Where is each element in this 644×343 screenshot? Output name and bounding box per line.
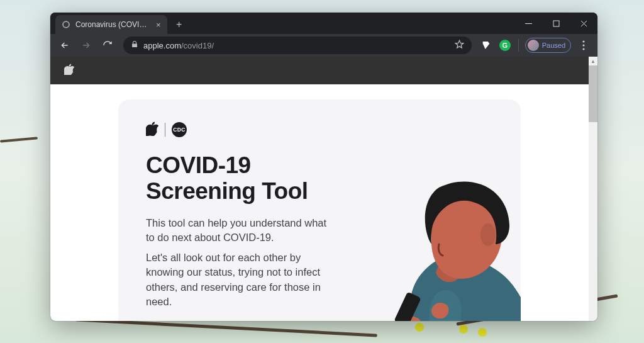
maximize-button[interactable] (542, 13, 570, 34)
person-illustration (345, 150, 521, 321)
profile-status-label: Paused (542, 42, 565, 49)
address-path: /covid19/ (181, 41, 214, 50)
profile-avatar-icon (528, 40, 539, 51)
apple-logo-icon (146, 121, 158, 138)
intro-paragraph-2: Let's all look out for each other by kno… (146, 250, 335, 310)
tab-favicon-icon (62, 20, 70, 29)
logo-row: CDC (146, 121, 493, 138)
toolbar-divider (518, 39, 519, 52)
page-viewport: ▲ CDC COVID-19 Screening Tool (50, 57, 597, 321)
nav-reload-button[interactable] (98, 36, 117, 55)
svg-rect-1 (553, 21, 559, 26)
intro-paragraph-1: This tool can help you understand what t… (146, 216, 335, 245)
profile-chip[interactable]: Paused (525, 38, 571, 53)
screening-card: CDC COVID-19 Screening Tool This tool ca… (118, 99, 521, 321)
scroll-up-icon[interactable]: ▲ (589, 57, 597, 65)
svg-point-4 (582, 48, 584, 50)
svg-point-2 (582, 40, 584, 42)
page-heading: COVID-19 Screening Tool (146, 152, 353, 205)
heading-line-1: COVID-19 (146, 152, 251, 178)
page-content: CDC COVID-19 Screening Tool This tool ca… (50, 84, 589, 321)
address-host: apple.com (143, 41, 181, 50)
logo-divider (165, 123, 165, 137)
desktop-branch (0, 137, 38, 142)
tab-close-icon[interactable]: × (156, 21, 161, 29)
desktop-flower (478, 328, 487, 337)
svg-rect-0 (525, 23, 532, 24)
scrollbar-thumb[interactable] (589, 65, 597, 122)
bookmark-star-icon[interactable] (455, 40, 464, 52)
browser-menu-button[interactable] (575, 40, 592, 50)
browser-titlebar: Coronavirus (COVID-19) - Apple × + (50, 13, 597, 34)
svg-point-5 (480, 223, 496, 246)
nav-back-button[interactable] (55, 36, 74, 55)
browser-toolbar: apple.com/covid19/ G Paused (50, 34, 597, 57)
apple-logo-icon[interactable] (64, 64, 74, 77)
tab-title: Coronavirus (COVID-19) - Apple (75, 20, 151, 29)
extension-bookmark-icon[interactable] (478, 37, 494, 53)
lock-icon (131, 40, 138, 51)
desktop-flower (459, 325, 468, 334)
address-url: apple.com/covid19/ (143, 41, 214, 50)
cdc-logo-icon: CDC (172, 122, 187, 137)
extension-green-icon[interactable]: G (499, 40, 511, 51)
new-tab-button[interactable]: + (171, 16, 187, 33)
desktop-flower (415, 323, 424, 332)
close-window-button[interactable] (570, 13, 597, 34)
heading-line-2: Screening Tool (146, 178, 308, 204)
nav-forward-button[interactable] (77, 36, 96, 55)
apple-global-nav (50, 57, 589, 84)
window-controls (514, 13, 597, 34)
vertical-scrollbar[interactable]: ▲ (589, 57, 597, 321)
browser-tab[interactable]: Coronavirus (COVID-19) - Apple × (55, 15, 167, 34)
address-bar[interactable]: apple.com/covid19/ (123, 37, 472, 54)
minimize-button[interactable] (514, 13, 542, 34)
browser-window: Coronavirus (COVID-19) - Apple × + apple… (50, 13, 597, 321)
svg-point-3 (582, 44, 584, 46)
